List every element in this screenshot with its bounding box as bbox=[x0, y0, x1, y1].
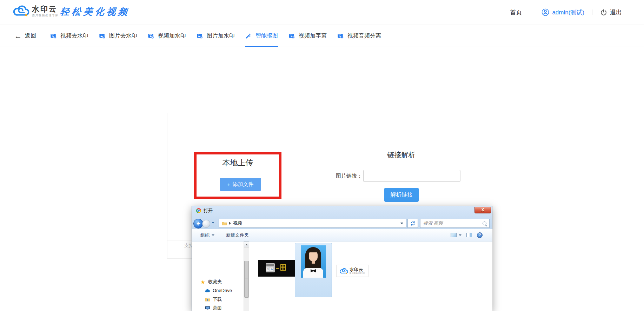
image-link-label: 图片链接： bbox=[336, 173, 362, 179]
logo-subtitle: 图片视频处理专家 bbox=[32, 14, 59, 17]
search-placeholder: 搜索 视频 bbox=[423, 220, 443, 226]
cloud-logo-icon bbox=[13, 4, 29, 18]
nav-item-label: 视频音频分离 bbox=[347, 32, 381, 40]
sidebar-item-桌面[interactable]: 桌面 bbox=[205, 305, 222, 311]
nav-item-label: 图片去水印 bbox=[109, 32, 137, 40]
site-logo[interactable]: 水印云 图片视频处理专家 bbox=[13, 4, 59, 18]
file-thumbnail-video-frame[interactable]: 20 bbox=[258, 260, 299, 277]
breadcrumb-arrow-icon bbox=[229, 222, 231, 225]
address-bar[interactable]: 视频 bbox=[219, 219, 406, 228]
header-right: 首页 admin(测试) 退出 bbox=[510, 0, 622, 25]
dialog-titlebar[interactable]: 打开 bbox=[192, 206, 492, 215]
scrollbar-thumb[interactable] bbox=[244, 261, 249, 298]
organize-button[interactable]: 组织 bbox=[200, 232, 214, 238]
breadcrumb-folder[interactable]: 视频 bbox=[233, 220, 242, 226]
preview-pane-toggle[interactable] bbox=[466, 233, 472, 237]
svg-text:T: T bbox=[293, 36, 294, 38]
nav-item-image-remove[interactable]: 图片去水印 bbox=[99, 25, 137, 47]
film-remove-icon bbox=[50, 33, 57, 39]
slogan: 轻松美化视频 bbox=[60, 6, 131, 18]
file-thumbnail-portrait[interactable] bbox=[301, 245, 326, 278]
page: 水印云 图片视频处理专家 轻松美化视频 首页 admin(测试) bbox=[0, 0, 644, 311]
refresh-button[interactable] bbox=[407, 219, 418, 228]
nav-item-label: 图片加水印 bbox=[207, 32, 235, 40]
back-arrow-icon: ← bbox=[14, 32, 22, 40]
sidebar-item-下载[interactable]: 下载 bbox=[205, 296, 222, 303]
forward-arrow-icon bbox=[204, 221, 208, 226]
film-add-icon bbox=[148, 33, 154, 39]
refresh-icon bbox=[410, 221, 416, 226]
dialog-content: ★收藏夹OneDrive下载桌面最近访问的位置库GITGit 2037c2d79… bbox=[192, 241, 492, 311]
header: 水印云 图片视频处理专家 轻松美化视频 首页 admin(测试) bbox=[0, 0, 644, 25]
file-open-dialog: 打开 X 视频 bbox=[192, 206, 492, 311]
sidebar-scrollbar[interactable] bbox=[244, 241, 249, 311]
magic-wand-icon bbox=[245, 33, 252, 39]
nav-forward-button[interactable] bbox=[202, 220, 210, 228]
nav-item-film-audio[interactable]: ♪视频音频分离 bbox=[337, 25, 381, 47]
sidebar-item-label: 收藏夹 bbox=[208, 279, 222, 285]
link-parse-title: 链接解析 bbox=[328, 150, 474, 160]
sidebar-item-收藏夹[interactable]: ★收藏夹 bbox=[200, 279, 222, 285]
user-account[interactable]: admin(测试) bbox=[542, 8, 584, 16]
chrome-icon bbox=[196, 208, 201, 213]
onedrive-cloud-icon bbox=[205, 288, 210, 293]
user-avatar-icon bbox=[542, 8, 549, 16]
add-file-label: 添加文件 bbox=[232, 181, 253, 188]
star-icon: ★ bbox=[200, 279, 206, 285]
upload-title: 本地上传 bbox=[194, 158, 281, 168]
file-thumbnail-logo[interactable]: 水印云图片视频处理专家 bbox=[336, 265, 369, 277]
back-button[interactable]: ← 返回 bbox=[14, 32, 36, 40]
nav-item-label: 视频加水印 bbox=[158, 32, 186, 40]
new-folder-button[interactable]: 新建文件夹 bbox=[226, 232, 249, 238]
add-file-button[interactable]: + 添加文件 bbox=[220, 178, 261, 191]
history-dropdown-icon[interactable] bbox=[212, 222, 214, 224]
nav-item-label: 视频加字幕 bbox=[299, 32, 327, 40]
folder-icon bbox=[222, 221, 227, 226]
link-input-row: 图片链接： bbox=[336, 170, 460, 182]
image-link-input[interactable] bbox=[363, 170, 460, 182]
power-icon bbox=[600, 9, 607, 16]
feature-navbar: ← 返回 视频去水印图片去水印视频加水印图片加水印智能抠图T视频加字幕♪视频音频… bbox=[0, 25, 644, 46]
search-input[interactable]: 搜索 视频 bbox=[420, 219, 490, 228]
toolbar-right: ? bbox=[451, 232, 483, 238]
scroll-up-button[interactable] bbox=[244, 241, 249, 247]
views-dropdown-icon bbox=[459, 234, 462, 236]
svg-text:♪: ♪ bbox=[341, 36, 343, 38]
new-folder-label: 新建文件夹 bbox=[226, 232, 249, 238]
sidebar-item-label: OneDrive bbox=[213, 288, 232, 293]
nav-item-label: 智能抠图 bbox=[255, 32, 278, 40]
nav-item-film-add[interactable]: 视频加水印 bbox=[148, 25, 186, 47]
logo-title: 水印云 bbox=[32, 5, 59, 13]
sidebar-item-label: 下载 bbox=[213, 296, 222, 303]
views-button[interactable] bbox=[451, 233, 462, 237]
search-icon bbox=[483, 221, 486, 225]
nav-items: 视频去水印图片去水印视频加水印图片加水印智能抠图T视频加字幕♪视频音频分离 bbox=[50, 25, 381, 47]
desktop-icon bbox=[205, 305, 210, 311]
nav-item-film-subtitle[interactable]: T视频加字幕 bbox=[288, 25, 327, 47]
organize-label: 组织 bbox=[200, 232, 210, 238]
views-icon bbox=[451, 233, 457, 237]
organize-dropdown-icon bbox=[212, 234, 214, 236]
image-remove-icon bbox=[99, 33, 105, 39]
parse-link-button[interactable]: 解析链接 bbox=[384, 188, 419, 202]
back-label: 返回 bbox=[25, 32, 36, 40]
film-audio-icon: ♪ bbox=[337, 33, 344, 39]
address-dropdown-icon[interactable] bbox=[400, 223, 403, 224]
username: admin(测试) bbox=[552, 8, 584, 16]
nav-item-image-add[interactable]: 图片加水印 bbox=[197, 25, 235, 47]
logout-button[interactable]: 退出 bbox=[600, 8, 622, 16]
logout-label: 退出 bbox=[610, 8, 622, 16]
sidebar-item-OneDrive[interactable]: OneDrive bbox=[205, 288, 232, 293]
film-subtitle-icon: T bbox=[288, 33, 295, 39]
help-button[interactable]: ? bbox=[477, 232, 483, 238]
home-link[interactable]: 首页 bbox=[510, 8, 522, 16]
sidebar-item-label: 桌面 bbox=[213, 305, 222, 311]
nav-item-film-remove[interactable]: 视频去水印 bbox=[50, 25, 88, 47]
dialog-title: 打开 bbox=[204, 207, 213, 214]
nav-item-magic-wand[interactable]: 智能抠图 bbox=[245, 25, 278, 47]
nav-item-label: 视频去水印 bbox=[60, 32, 88, 40]
nav-back-button[interactable] bbox=[193, 219, 203, 229]
dialog-toolbar: 组织 新建文件夹 ? bbox=[192, 229, 492, 241]
close-button[interactable]: X bbox=[474, 207, 491, 213]
image-add-icon bbox=[197, 33, 203, 39]
